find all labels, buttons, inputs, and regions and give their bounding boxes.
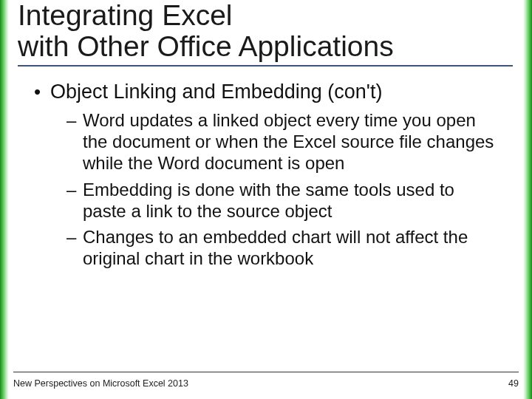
title-underline [18, 65, 513, 66]
title-line-1: Integrating Excel [18, 0, 233, 31]
slide-title: Integrating Excel with Other Office Appl… [18, 0, 505, 62]
decorative-edge-right [523, 0, 532, 399]
footer-text: New Perspectives on Microsoft Excel 2013 [13, 378, 188, 389]
body-block: Object Linking and Embedding (con't) Wor… [25, 80, 498, 270]
bullet-level-2: Changes to an embedded chart will not af… [66, 226, 498, 270]
bullet-level-2: Word updates a linked object every time … [66, 109, 498, 174]
page-number: 49 [508, 378, 519, 389]
bullet-level-2: Embedding is done with the same tools us… [66, 179, 498, 222]
title-block: Integrating Excel with Other Office Appl… [18, 0, 505, 66]
decorative-edge-left [0, 0, 9, 399]
footer-rule [13, 372, 519, 372]
title-line-2: with Other Office Applications [18, 30, 394, 62]
slide: Integrating Excel with Other Office Appl… [0, 0, 532, 399]
bullet-level-1: Object Linking and Embedding (con't) [34, 80, 498, 105]
